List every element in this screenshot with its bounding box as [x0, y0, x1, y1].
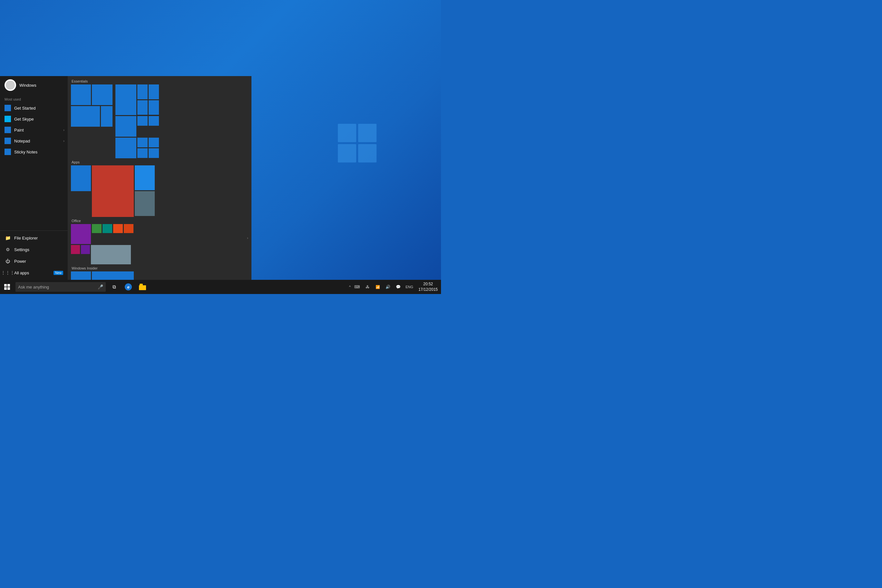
settings-icon: ⚙ — [4, 246, 11, 253]
essentials-tile-10[interactable] — [116, 116, 136, 136]
file-explorer-icon: 📁 — [4, 235, 11, 241]
essentials-tile-11[interactable] — [137, 116, 148, 126]
bottom-items: 📁 File Explorer › ⚙ Settings ⏻ Power ⋮⋮⋮… — [0, 231, 68, 280]
power-button[interactable]: ⏻ Power — [0, 255, 68, 267]
windows-logo-watermark — [338, 124, 376, 162]
app-icon-get-started — [4, 105, 11, 111]
app-item-paint[interactable]: Paint › — [0, 124, 68, 135]
essentials-tile-4[interactable] — [101, 106, 112, 127]
office-tile-8[interactable] — [91, 245, 131, 264]
folder-icon — [139, 284, 146, 290]
volume-icon[interactable]: 🔊 — [383, 280, 393, 294]
chevron-right-icon: › — [247, 236, 248, 240]
essentials-tile-1[interactable] — [71, 84, 91, 105]
essentials-tile-13[interactable] — [116, 138, 136, 158]
app-item-get-started[interactable]: Get Started — [0, 102, 68, 114]
taskbar-pinned-apps: e — [121, 280, 150, 294]
new-badge: New — [54, 271, 63, 275]
clock[interactable]: 20:52 17/12/2015 — [415, 280, 441, 294]
settings-button[interactable]: ⚙ Settings — [0, 244, 68, 255]
tray-expand-icon[interactable]: ^ — [348, 285, 352, 289]
user-name: Windows — [20, 83, 36, 88]
start-menu-left-panel: Windows Most used Get Started Get Skype … — [0, 76, 68, 280]
office-tile-5[interactable] — [124, 224, 134, 233]
essentials-tile-6[interactable] — [137, 84, 148, 99]
essentials-tile-9[interactable] — [148, 100, 159, 115]
office-group-label: Office — [71, 219, 248, 223]
app-icon-skype — [4, 116, 11, 122]
app-item-notepad[interactable]: Notepad › — [0, 135, 68, 146]
file-explorer-button[interactable]: 📁 File Explorer › — [0, 232, 68, 244]
network-icon[interactable]: 🖧 — [362, 280, 373, 294]
apps-icon: ⋮⋮⋮ — [4, 270, 11, 276]
essentials-tile-2[interactable] — [92, 84, 112, 105]
all-apps-button[interactable]: ⋮⋮⋮ All apps New — [0, 267, 68, 279]
system-tray: ^ ⌨ 🖧 📶 🔊 💬 ENG — [348, 280, 415, 294]
office-tile-4[interactable] — [113, 224, 123, 233]
task-view-button[interactable]: ⧉ — [107, 280, 121, 294]
insider-tile-2[interactable] — [92, 272, 134, 280]
essentials-tile-8[interactable] — [137, 100, 148, 115]
essentials-tile-12[interactable] — [148, 116, 159, 126]
file-explorer-taskbar-button[interactable] — [135, 280, 150, 294]
apps-group-label: Apps — [71, 160, 248, 164]
app-item-sticky-notes[interactable]: Sticky Notes — [0, 146, 68, 158]
clock-time: 20:52 — [423, 281, 433, 287]
edge-icon: e — [125, 284, 132, 291]
office-tile-1[interactable] — [71, 224, 91, 244]
windows-insider-label: Windows Insider — [71, 266, 248, 270]
essentials-tile-3[interactable] — [71, 106, 100, 127]
start-button[interactable] — [0, 280, 14, 294]
chevron-right-icon: › — [63, 128, 64, 132]
language-indicator[interactable]: ENG — [404, 280, 415, 294]
apps-tile-2[interactable] — [92, 165, 134, 217]
app-item-get-skype[interactable]: Get Skype — [0, 114, 68, 124]
apps-tile-4[interactable] — [135, 191, 155, 216]
app-icon-sticky-notes — [4, 148, 11, 155]
task-view-icon: ⧉ — [112, 284, 116, 290]
notification-icon[interactable]: 💬 — [393, 280, 404, 294]
essentials-tile-7[interactable] — [148, 84, 159, 99]
keyboard-icon[interactable]: ⌨ — [352, 280, 362, 294]
start-menu-tiles: Essentials — [68, 76, 252, 280]
essentials-group-label: Essentials — [71, 79, 248, 83]
essentials-tile-17[interactable] — [148, 148, 159, 158]
essentials-tile-14[interactable] — [137, 138, 148, 147]
essentials-tile-5[interactable] — [116, 84, 136, 115]
office-tile-3[interactable] — [102, 224, 112, 233]
office-tile-6[interactable] — [71, 245, 80, 254]
essentials-tile-15[interactable] — [148, 138, 159, 147]
most-used-label: Most used — [0, 95, 68, 102]
edge-browser-button[interactable]: e — [121, 280, 135, 294]
cortana-search-bar[interactable]: Ask me anything 🎤 — [15, 282, 106, 292]
wifi-icon[interactable]: 📶 — [373, 280, 383, 294]
user-section[interactable]: Windows — [0, 76, 68, 94]
windows-icon — [4, 284, 10, 290]
desktop: Windows Most used Get Started Get Skype … — [0, 0, 441, 294]
search-placeholder: Ask me anything — [18, 285, 98, 290]
taskbar: Ask me anything 🎤 ⧉ e ^ ⌨ 🖧 📶 🔊 💬 ENG — [0, 280, 441, 294]
apps-tile-3[interactable] — [135, 165, 155, 190]
clock-date: 17/12/2015 — [418, 287, 438, 292]
office-tile-7[interactable] — [81, 245, 90, 254]
power-icon: ⏻ — [4, 258, 11, 264]
app-icon-notepad — [4, 138, 11, 144]
essentials-tile-16[interactable] — [137, 148, 148, 158]
start-menu: Windows Most used Get Started Get Skype … — [0, 76, 252, 280]
apps-tile-1[interactable] — [71, 165, 91, 191]
office-tile-2[interactable] — [92, 224, 102, 233]
chevron-right-icon: › — [63, 139, 64, 143]
insider-tile-1[interactable] — [71, 272, 91, 280]
app-icon-paint — [4, 127, 11, 133]
microphone-icon[interactable]: 🎤 — [98, 284, 103, 290]
avatar — [4, 79, 16, 91]
